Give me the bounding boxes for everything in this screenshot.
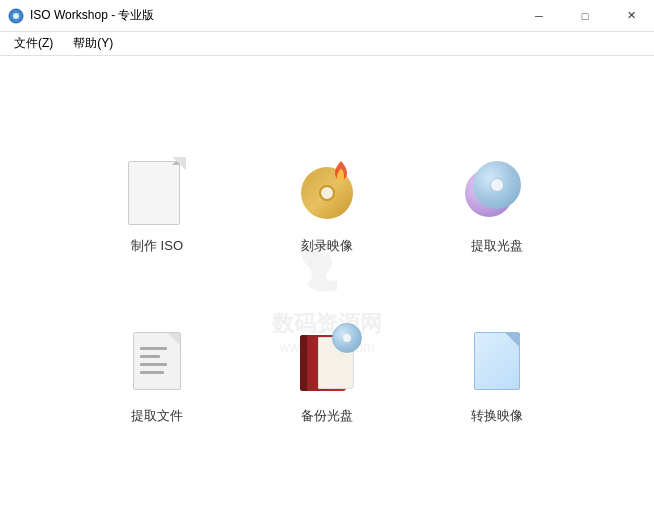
backup-disc-label: 备份光盘 (301, 407, 353, 425)
burn-icon-wrapper (291, 155, 363, 227)
menu-file[interactable]: 文件(Z) (6, 33, 61, 54)
burn-image-label: 刻录映像 (301, 237, 353, 255)
make-iso-icon (128, 157, 186, 225)
main-content: 数码资源网 www.smzy.com 制作 ISO (0, 56, 654, 523)
app-icon (8, 8, 24, 24)
convert-image-icon (465, 329, 529, 393)
title-bar-left: ISO Workshop - 专业版 (8, 7, 154, 24)
backup-disc-cell[interactable]: 备份光盘 (247, 295, 407, 455)
make-iso-cell[interactable]: 制作 ISO (77, 125, 237, 285)
extract-file-icon-wrapper (121, 325, 193, 397)
maximize-button[interactable]: □ (562, 0, 608, 32)
app-title: ISO Workshop - 专业版 (30, 7, 154, 24)
extract-file-icon (125, 329, 189, 393)
window-controls[interactable]: ─ □ ✕ (516, 0, 654, 32)
extract-disc-cell[interactable]: 提取光盘 (417, 125, 577, 285)
make-iso-label: 制作 ISO (131, 237, 183, 255)
extract-disc-icon-wrapper (461, 155, 533, 227)
main-icon-grid: 制作 ISO 刻录映像 (77, 125, 577, 455)
extract-file-cell[interactable]: 提取文件 (77, 295, 237, 455)
convert-icon-wrapper (461, 325, 533, 397)
menu-help[interactable]: 帮助(Y) (65, 33, 121, 54)
extract-disc-label: 提取光盘 (471, 237, 523, 255)
convert-image-cell[interactable]: 转换映像 (417, 295, 577, 455)
make-iso-icon-wrapper (121, 155, 193, 227)
title-bar: ISO Workshop - 专业版 ─ □ ✕ (0, 0, 654, 32)
extract-disc-icon (465, 159, 529, 223)
minimize-button[interactable]: ─ (516, 0, 562, 32)
menu-bar: 文件(Z) 帮助(Y) (0, 32, 654, 56)
convert-image-label: 转换映像 (471, 407, 523, 425)
extract-file-label: 提取文件 (131, 407, 183, 425)
burn-icon (295, 159, 359, 223)
burn-image-cell[interactable]: 刻录映像 (247, 125, 407, 285)
svg-point-1 (13, 13, 19, 19)
flame-icon (331, 159, 351, 187)
backup-disc-icon-wrapper (291, 325, 363, 397)
close-button[interactable]: ✕ (608, 0, 654, 32)
backup-disc-icon (295, 329, 359, 393)
